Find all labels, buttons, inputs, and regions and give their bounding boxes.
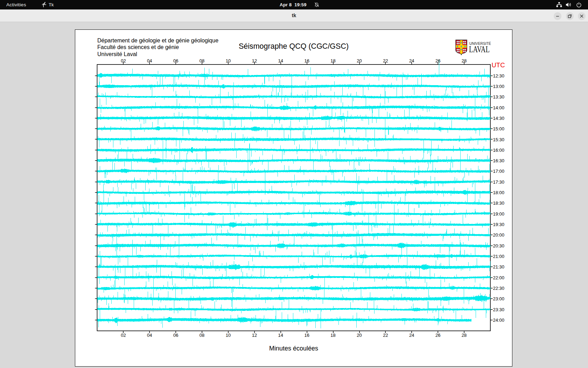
svg-text:LAVAL: LAVAL bbox=[469, 45, 490, 54]
